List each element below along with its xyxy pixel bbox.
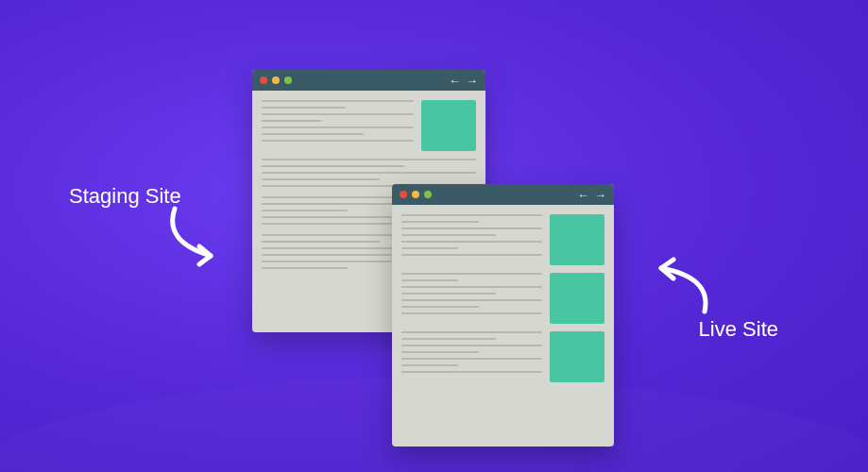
minimize-icon — [412, 191, 419, 198]
minimize-icon — [272, 76, 280, 84]
titlebar: ← → — [252, 70, 485, 91]
close-icon — [400, 191, 407, 198]
forward-icon: → — [466, 75, 478, 87]
content-thumbnail — [550, 331, 604, 382]
maximize-icon — [424, 191, 432, 198]
content-thumbnail — [550, 214, 604, 265]
close-icon — [260, 76, 267, 84]
content-thumbnail — [421, 100, 476, 151]
content-area — [392, 205, 614, 399]
arrow-live-icon — [631, 257, 721, 328]
arrow-staging-icon — [156, 204, 246, 275]
titlebar: ← → — [392, 184, 614, 205]
maximize-icon — [284, 76, 292, 84]
back-icon: ← — [449, 75, 461, 87]
back-icon: ← — [577, 189, 589, 201]
live-window: ← → — [392, 184, 614, 447]
forward-icon: → — [594, 189, 606, 201]
content-thumbnail — [550, 273, 604, 324]
